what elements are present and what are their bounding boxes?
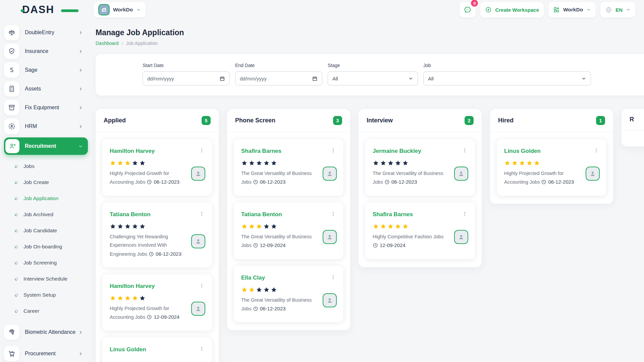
application-description: The Great Versatility of Business Jobs 0… [241, 296, 321, 314]
sidebar-item-procurement[interactable]: Procurement [4, 346, 88, 361]
sidebar-item-job-screening[interactable]: Job Screening [4, 255, 88, 271]
cart-icon [4, 346, 19, 361]
dots-vertical-icon[interactable] [198, 346, 205, 352]
breadcrumb-dashboard-link[interactable]: Dashboard [96, 41, 119, 46]
application-card[interactable]: Linus Golden [102, 338, 212, 362]
start-date-field[interactable] [147, 76, 217, 81]
sidebar-item-job-archived[interactable]: Job Archived [4, 206, 88, 223]
star-icon [124, 295, 131, 301]
sidebar-item-job-on-boarding[interactable]: Job On-boarding [4, 239, 88, 255]
dots-vertical-icon[interactable] [330, 211, 337, 217]
language-selector[interactable]: EN [600, 2, 635, 17]
column-title: Phone Screen [235, 117, 275, 124]
star-icon [504, 160, 511, 166]
application-date: 06-12-2023 [548, 179, 574, 185]
sidebar-item-hrm[interactable]: HRM [4, 119, 88, 134]
clock-icon [253, 306, 258, 314]
candidate-name-link[interactable]: Ella Clay [241, 275, 265, 281]
application-date: 12-09-2024 [380, 242, 406, 248]
application-card[interactable]: Hamilton HarveyHighly Projected Growth f… [102, 139, 212, 196]
create-workspace-button[interactable]: Create Workspace [480, 2, 544, 17]
workspace-switcher[interactable]: WorkDo [94, 2, 146, 17]
job-select[interactable]: All [423, 71, 591, 85]
column-body: Linus GoldenHighly Projected Growth for … [490, 132, 613, 204]
application-card[interactable]: Jermaine BuckleyThe Great Versatility of… [365, 139, 475, 196]
dots-vertical-icon[interactable] [198, 211, 205, 217]
application-card[interactable]: Tatiana BentonThe Great Versatility of B… [234, 202, 343, 259]
end-date-field[interactable] [240, 76, 309, 81]
sidebar-item-job-application[interactable]: Job Application [4, 190, 88, 206]
stage-select[interactable]: All [328, 71, 418, 85]
application-card[interactable]: Shafira BarnesThe Great Versatility of B… [234, 139, 343, 196]
star-icon [271, 160, 277, 166]
application-card[interactable]: Tatiana BentonChallenging Yet Rewarding … [102, 202, 212, 267]
sidebar-item-job-create[interactable]: Job Create [4, 174, 88, 190]
sidebar-item-doubleentry[interactable]: DoubleEntry [4, 25, 88, 40]
end-date-input[interactable] [235, 71, 322, 85]
main-content: Manage Job Application Dashboard › Job A… [91, 19, 644, 362]
app-logo[interactable]: DASH [22, 4, 72, 16]
column-body [622, 130, 644, 144]
candidate-name-link[interactable]: Hamilton Harvey [110, 148, 155, 155]
candidate-name-link[interactable]: Tatiana Benton [241, 211, 282, 218]
dots-vertical-icon[interactable] [330, 148, 337, 154]
candidate-name-link[interactable]: Shafira Barnes [241, 148, 281, 155]
chevron-right-icon [78, 330, 83, 335]
sidebar-item-insurance[interactable]: Insurance [4, 44, 88, 59]
bullet-icon [14, 229, 18, 233]
sidebar-item-system-setup[interactable]: System Setup [4, 287, 88, 303]
sidebar-item-fix-equipment[interactable]: Fix Equipment [4, 100, 88, 115]
messages-button[interactable]: 0 [460, 2, 476, 17]
dots-vertical-icon[interactable] [330, 275, 337, 280]
star-icon [124, 160, 131, 166]
dots-vertical-icon[interactable] [198, 148, 205, 154]
candidate-name-link[interactable]: Shafira Barnes [373, 211, 413, 218]
star-icon [132, 160, 138, 166]
sidebar-item-jobs[interactable]: Jobs [4, 158, 88, 174]
column-body: Jermaine BuckleyThe Great Versatility of… [359, 132, 482, 267]
candidate-name-link[interactable]: Jermaine Buckley [373, 148, 421, 155]
star-rating [110, 223, 189, 230]
calendar-icon[interactable] [219, 76, 225, 81]
star-icon [256, 160, 262, 166]
dots-vertical-icon[interactable] [198, 283, 205, 289]
star-rating [110, 160, 189, 166]
chevron-down-icon [626, 7, 631, 12]
workspace-menu[interactable]: WorkDo [548, 2, 596, 17]
clock-icon [147, 179, 152, 187]
dots-vertical-icon[interactable] [593, 148, 600, 154]
kanban-board: Applied5Hamilton HarveyHighly Projected … [96, 109, 644, 362]
application-card[interactable]: Ella ClayThe Great Versatility of Busine… [234, 266, 343, 322]
candidate-name-link[interactable]: Linus Golden [110, 346, 146, 353]
candidate-name-link[interactable]: Tatiana Benton [110, 211, 151, 218]
sidebar-item-interview-schedule[interactable]: Interview Schedule [4, 271, 88, 287]
star-icon [132, 295, 138, 301]
application-card[interactable]: Hamilton HarveyHighly Projected Growth f… [102, 274, 212, 331]
sidebar-item-recruitment[interactable]: Recruitment [4, 137, 88, 155]
sidebar-item-assets[interactable]: Assets [4, 81, 88, 97]
dots-vertical-icon[interactable] [461, 148, 468, 154]
sage-icon: S [4, 62, 19, 78]
sidebar-item-sage[interactable]: SSage [4, 62, 88, 78]
chevron-right-icon [78, 68, 83, 73]
column-header: Phone Screen3 [227, 109, 350, 132]
application-card[interactable]: Shafira BarnesHighly Competitive Fashion… [365, 202, 475, 259]
start-date-input[interactable] [143, 71, 230, 85]
application-card[interactable]: Linus GoldenHighly Projected Growth for … [497, 139, 606, 196]
sidebar-item-biometric-attendance[interactable]: Biometric Attendance [4, 322, 88, 343]
sidebar-item-label: Recruitment [25, 143, 78, 149]
sidebar-item-career[interactable]: Career [4, 303, 88, 319]
breadcrumb-separator: › [122, 41, 123, 46]
calendar-icon[interactable] [312, 76, 318, 81]
star-icon [249, 287, 255, 293]
breadcrumb: Dashboard › Job Application [96, 41, 184, 46]
sidebar-item-job-candidate[interactable]: Job Candidate [4, 223, 88, 239]
candidate-name-link[interactable]: Linus Golden [504, 148, 541, 155]
candidate-name-link[interactable]: Hamilton Harvey [110, 283, 155, 290]
star-icon [117, 295, 123, 301]
sidebar-item-label: System Setup [23, 292, 56, 298]
recruitment-submenu: JobsJob CreateJob ApplicationJob Archive… [4, 158, 88, 319]
star-icon [139, 295, 146, 301]
star-rating [373, 160, 452, 166]
dots-vertical-icon[interactable] [461, 211, 468, 217]
